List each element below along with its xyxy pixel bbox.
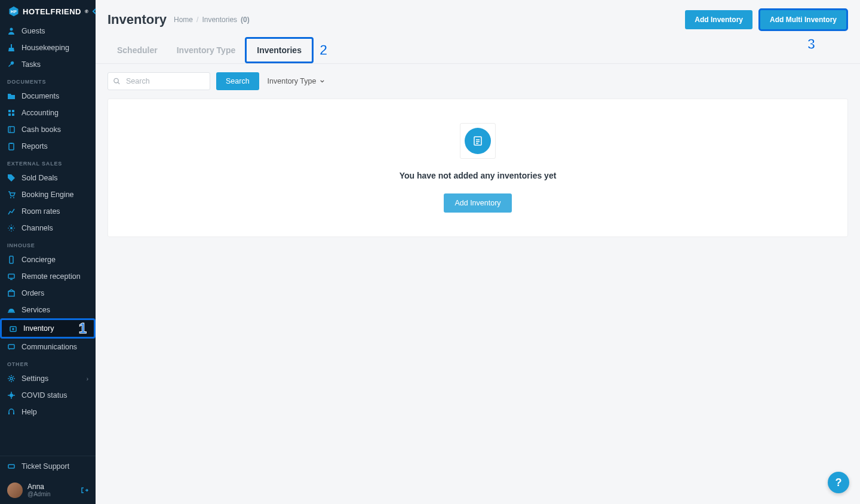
callout-number-1: 1: [79, 320, 87, 337]
svg-rect-24: [8, 413, 10, 414]
sidebar-section-other: OTHER: [0, 355, 96, 370]
sidebar-item-label: Guests: [22, 27, 45, 35]
cart-icon: [7, 190, 16, 199]
search-input[interactable]: [108, 72, 210, 90]
wrench-icon: [7, 60, 16, 69]
svg-point-23: [10, 394, 13, 397]
svg-rect-11: [10, 143, 13, 144]
breadcrumb: Home / Inventories (0): [174, 16, 250, 24]
svg-rect-3: [11, 44, 12, 48]
sidebar-item-reports[interactable]: Reports: [0, 138, 96, 155]
crumb-count: (0): [241, 16, 250, 24]
brand-suffix: ®: [85, 9, 88, 14]
sidebar-item-label: Orders: [22, 289, 44, 297]
book-icon: [7, 125, 16, 134]
add-multi-inventory-button[interactable]: Add Multi Inventory: [758, 8, 848, 31]
sidebar-item-label: COVID status: [22, 391, 67, 399]
sidebar-user[interactable]: Anna @Admin: [0, 477, 96, 504]
sidebar-item-covidstatus[interactable]: COVID status: [0, 387, 96, 404]
sidebar-item-roomrates[interactable]: Room rates: [0, 203, 96, 220]
main: Inventory Home / Inventories (0) Add Inv…: [96, 0, 860, 504]
sidebar-item-concierge[interactable]: Concierge: [0, 251, 96, 268]
empty-add-inventory-button[interactable]: Add Inventory: [444, 193, 511, 213]
virus-icon: [7, 391, 16, 399]
sidebar-section-documents: DOCUMENTS: [0, 73, 96, 88]
sidebar-item-remotereception[interactable]: Remote reception: [0, 268, 96, 285]
svg-rect-15: [10, 256, 13, 263]
sidebar: HF HOTELFRIEND® Guests Housekeeping Task…: [0, 0, 96, 504]
help-fab-button[interactable]: ?: [828, 472, 849, 493]
empty-state-panel: You have not added any inventories yet A…: [108, 99, 848, 237]
sidebar-item-label: Tasks: [22, 60, 41, 69]
sidebar-item-documents[interactable]: Documents: [0, 88, 96, 105]
folder-icon: [7, 92, 16, 100]
filter-row: Search Inventory Type: [96, 64, 860, 99]
brand-name: HOTELFRIEND: [23, 7, 81, 16]
sidebar-item-label: Services: [22, 306, 50, 314]
page-header: Inventory Home / Inventories (0) Add Inv…: [96, 0, 860, 37]
gear-icon: [7, 374, 16, 383]
sidebar-section-inhouse: INHOUSE: [0, 236, 96, 251]
sidebar-item-orders[interactable]: Orders: [0, 285, 96, 302]
sidebar-section-external: EXTERNAL SALES: [0, 155, 96, 170]
svg-point-27: [114, 78, 118, 82]
sidebar-item-label: Inventory: [23, 324, 54, 333]
user-name: Anna: [27, 483, 51, 491]
tab-inventories[interactable]: Inventories: [245, 37, 314, 63]
tab-scheduler[interactable]: Scheduler: [108, 37, 167, 63]
sidebar-item-label: Reports: [22, 142, 48, 150]
sidebar-item-services[interactable]: Services: [0, 302, 96, 318]
sidebar-item-guests[interactable]: Guests: [0, 23, 96, 39]
sidebar-item-bookingengine[interactable]: Booking Engine: [0, 186, 96, 203]
document-icon: [465, 128, 491, 154]
sidebar-item-label: Cash books: [22, 125, 61, 134]
sidebar-item-settings[interactable]: Settings›: [0, 370, 96, 387]
ticket-icon: [7, 462, 16, 471]
sparkle-icon: [7, 224, 16, 232]
sidebar-item-label: Remote reception: [22, 272, 81, 281]
user-role: @Admin: [27, 491, 51, 498]
svg-rect-16: [8, 274, 14, 278]
ticket-support-label: Ticket Support: [22, 462, 69, 471]
sidebar-item-label: Concierge: [22, 256, 56, 264]
svg-rect-6: [8, 113, 11, 116]
callout-number-2: 2: [320, 42, 327, 59]
crumb-current[interactable]: Inventories: [202, 16, 237, 24]
crumb-home[interactable]: Home: [174, 16, 193, 24]
sidebar-item-label: Settings: [22, 374, 48, 383]
sidebar-item-cashbooks[interactable]: Cash books: [0, 121, 96, 138]
sidebar-item-solddeals[interactable]: Sold Deals: [0, 170, 96, 186]
sidebar-item-channels[interactable]: Channels: [0, 220, 96, 236]
sidebar-item-help[interactable]: Help: [0, 404, 96, 420]
tab-inventory-type[interactable]: Inventory Type: [167, 37, 245, 63]
screen-icon: [7, 272, 16, 281]
sidebar-item-label: Accounting: [22, 109, 59, 117]
add-inventory-button[interactable]: Add Inventory: [685, 10, 752, 29]
sidebar-ticket-support[interactable]: Ticket Support: [0, 456, 96, 477]
sidebar-item-inventory[interactable]: Inventory 1: [0, 318, 96, 339]
empty-state-icon-tile: [460, 123, 496, 159]
svg-rect-29: [474, 137, 481, 145]
package-icon: [7, 289, 16, 297]
svg-rect-4: [8, 110, 11, 112]
page-title: Inventory: [108, 12, 167, 27]
svg-line-28: [118, 82, 119, 84]
chevron-down-icon: [320, 79, 325, 84]
svg-point-12: [10, 197, 11, 198]
sidebar-item-accounting[interactable]: Accounting: [0, 105, 96, 121]
svg-point-22: [10, 377, 13, 380]
user-meta: Anna @Admin: [27, 483, 51, 498]
sidebar-item-label: Documents: [22, 92, 59, 100]
clipboard-icon: [7, 142, 16, 150]
sidebar-item-housekeeping[interactable]: Housekeeping: [0, 39, 96, 56]
brand-logo[interactable]: HF HOTELFRIEND®: [0, 0, 96, 23]
sidebar-item-tasks[interactable]: Tasks: [0, 56, 96, 73]
sidebar-item-label: Sold Deals: [22, 174, 57, 182]
sidebar-item-communications[interactable]: Communications: [0, 339, 96, 355]
search-button[interactable]: Search: [216, 72, 259, 90]
sidebar-item-label: Channels: [22, 224, 53, 232]
inventory-type-dropdown[interactable]: Inventory Type: [265, 73, 328, 89]
logout-icon[interactable]: [80, 486, 88, 494]
medkit-icon: [9, 324, 17, 333]
user-icon: [7, 27, 16, 35]
